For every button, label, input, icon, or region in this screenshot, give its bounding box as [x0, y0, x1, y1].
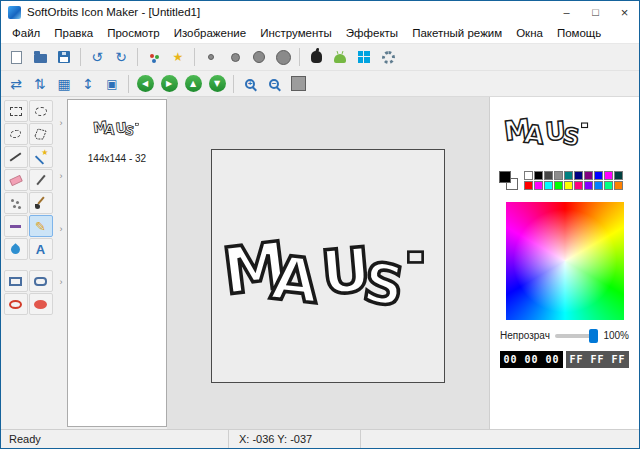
main-toolbar: ↺ ↻ ★ [1, 44, 639, 71]
text-tool[interactable]: A [29, 238, 53, 260]
eraser-tool[interactable] [4, 169, 28, 191]
brush-tool[interactable] [29, 192, 53, 214]
menu-view[interactable]: Просмотр [100, 23, 167, 43]
color-swatch[interactable] [554, 181, 563, 190]
open-button[interactable] [28, 46, 52, 68]
color-swatch[interactable] [524, 171, 533, 180]
save-icon [58, 51, 70, 63]
menu-batch-mode[interactable]: Пакетный режим [405, 23, 509, 43]
opacity-control: Непрозрач 100% [490, 330, 639, 341]
rectangle-shape-tool[interactable] [4, 270, 28, 292]
color-swatch[interactable] [534, 181, 543, 190]
menu-windows[interactable]: Окна [509, 23, 550, 43]
next-image-button[interactable]: ▶ [157, 73, 181, 95]
minimize-button[interactable]: – [552, 1, 581, 23]
ellipse-select-tool[interactable] [29, 100, 53, 122]
title-bar: SoftOrbits Icon Maker - [Untitled1] – □ … [1, 1, 639, 23]
toolbar-separator [233, 75, 234, 93]
android-platform-button[interactable] [328, 46, 352, 68]
prev-circle: ◀ [137, 75, 154, 92]
maximize-button[interactable]: □ [581, 1, 610, 23]
up-circle: ▲ [185, 75, 202, 92]
filled-ellipse-shape-tool[interactable] [29, 293, 53, 315]
size-64-button[interactable] [271, 46, 295, 68]
lasso-select-tool[interactable] [4, 123, 28, 145]
apple-platform-button[interactable] [304, 46, 328, 68]
polygon-select-tool[interactable] [29, 123, 53, 145]
save-button[interactable] [52, 46, 76, 68]
color-swatch[interactable] [614, 171, 623, 180]
size-16-button[interactable] [199, 46, 223, 68]
current-colors-widget[interactable] [499, 171, 518, 190]
windows-platform-button[interactable] [352, 46, 376, 68]
grid-button[interactable]: ▦ [52, 73, 76, 95]
size-48-button[interactable] [247, 46, 271, 68]
stamp-tool[interactable] [4, 215, 28, 237]
color-swatch[interactable] [584, 181, 593, 190]
color-swatch[interactable] [534, 171, 543, 180]
menu-effects[interactable]: Эффекты [339, 23, 405, 43]
spray-tool[interactable] [4, 192, 28, 214]
color-swatch[interactable] [554, 171, 563, 180]
zoom-out-button[interactable]: − [262, 73, 286, 95]
color-swatch[interactable] [564, 171, 573, 180]
line-tool[interactable] [4, 146, 28, 168]
redo-button[interactable]: ↻ [109, 46, 133, 68]
ellipse-shape-tool[interactable] [4, 293, 28, 315]
resize-vertical-button[interactable]: ⇅ [28, 73, 52, 95]
color-swatch[interactable] [604, 171, 613, 180]
close-button[interactable]: × [610, 1, 639, 23]
resize-horizontal-button[interactable]: ⇄ [4, 73, 28, 95]
magic-wand-tool[interactable]: ★ [29, 146, 53, 168]
color-swatch[interactable] [574, 171, 583, 180]
size-32-button[interactable] [223, 46, 247, 68]
effects-button[interactable]: ★ [166, 46, 190, 68]
drawing-canvas[interactable] [211, 149, 445, 383]
fill-tool[interactable] [4, 238, 28, 260]
new-button[interactable] [4, 46, 28, 68]
color-gradient-picker[interactable] [506, 202, 624, 320]
app-icon [8, 6, 21, 19]
rect-select-tool[interactable] [4, 100, 28, 122]
move-down-button[interactable]: ▼ [205, 73, 229, 95]
settings-button[interactable] [376, 46, 400, 68]
color-swatch[interactable] [604, 181, 613, 190]
opacity-slider[interactable] [555, 334, 599, 338]
color-swatch[interactable] [524, 181, 533, 190]
menu-image[interactable]: Изображение [167, 23, 253, 43]
canvas-size-button[interactable]: ▣ [100, 73, 124, 95]
move-up-button[interactable]: ▲ [181, 73, 205, 95]
pencil-tool[interactable]: ✎ [29, 215, 53, 237]
prev-image-button[interactable]: ◀ [133, 73, 157, 95]
secondary-toolbar: ⇄ ⇅ ▦ ↕ ▣ ◀ ▶ ▲ ▼ + − [1, 71, 639, 97]
icon-list-item[interactable]: 144x144 - 32 [68, 100, 166, 164]
rounded-rect-shape-tool[interactable] [29, 270, 53, 292]
menu-edit[interactable]: Правка [47, 23, 100, 43]
zoom-in-button[interactable]: + [238, 73, 262, 95]
color-swatch[interactable] [544, 171, 553, 180]
color-swatch[interactable] [614, 181, 623, 190]
panel-splitter[interactable]: › › › › [55, 97, 67, 429]
color-swatch[interactable] [594, 171, 603, 180]
color-swatch[interactable] [564, 181, 573, 190]
menu-help[interactable]: Помощь [550, 23, 608, 43]
color-swatch[interactable] [594, 181, 603, 190]
size-large-icon [253, 51, 265, 63]
rect-select-icon [10, 107, 22, 116]
menu-tools[interactable]: Инструменты [253, 23, 339, 43]
color-swatch[interactable] [584, 171, 593, 180]
undo-button[interactable]: ↺ [85, 46, 109, 68]
stretch-button[interactable]: ↕ [76, 73, 100, 95]
palette-button[interactable] [142, 46, 166, 68]
open-folder-icon [34, 54, 47, 63]
effects-star-icon: ★ [173, 51, 184, 63]
opacity-slider-thumb[interactable] [589, 329, 598, 343]
toolbar-separator [128, 75, 129, 93]
color-swatch[interactable] [544, 181, 553, 190]
menu-file[interactable]: Файл [5, 23, 47, 43]
opacity-value: 100% [603, 330, 629, 341]
color-swatch[interactable] [574, 181, 583, 190]
color-picker-tool[interactable] [29, 169, 53, 191]
actual-size-button[interactable] [286, 73, 310, 95]
palette-icon [150, 54, 154, 58]
